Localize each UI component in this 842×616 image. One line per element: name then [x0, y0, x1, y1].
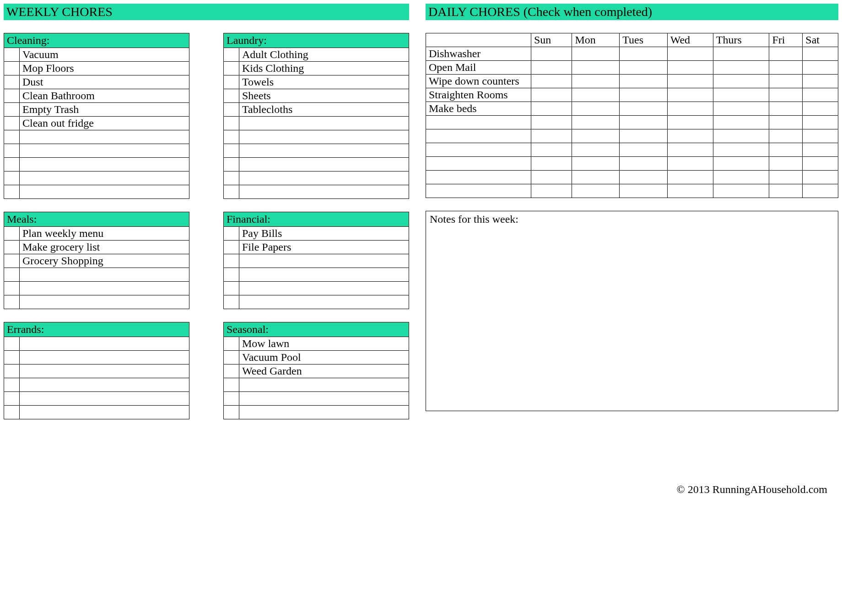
daily-checkbox-cell[interactable]	[803, 88, 838, 102]
daily-checkbox-cell[interactable]	[620, 116, 668, 129]
daily-checkbox-cell[interactable]	[572, 143, 620, 157]
daily-checkbox-cell[interactable]	[803, 116, 838, 129]
checkbox-cell[interactable]	[4, 48, 20, 62]
checkbox-cell[interactable]	[224, 406, 239, 419]
checkbox-cell[interactable]	[224, 158, 239, 171]
daily-checkbox-cell[interactable]	[803, 157, 838, 171]
checkbox-cell[interactable]	[4, 392, 20, 406]
checkbox-cell[interactable]	[224, 295, 239, 309]
daily-checkbox-cell[interactable]	[769, 116, 803, 129]
checkbox-cell[interactable]	[224, 62, 239, 75]
daily-checkbox-cell[interactable]	[769, 88, 803, 102]
checkbox-cell[interactable]	[4, 117, 20, 130]
checkbox-cell[interactable]	[224, 268, 239, 282]
daily-checkbox-cell[interactable]	[667, 129, 713, 143]
checkbox-cell[interactable]	[4, 227, 20, 241]
checkbox-cell[interactable]	[4, 282, 20, 295]
daily-checkbox-cell[interactable]	[769, 157, 803, 171]
daily-checkbox-cell[interactable]	[803, 129, 838, 143]
daily-checkbox-cell[interactable]	[531, 184, 572, 198]
daily-checkbox-cell[interactable]	[803, 102, 838, 116]
checkbox-cell[interactable]	[224, 241, 239, 254]
daily-checkbox-cell[interactable]	[620, 102, 668, 116]
daily-checkbox-cell[interactable]	[572, 171, 620, 184]
checkbox-cell[interactable]	[224, 48, 239, 62]
daily-checkbox-cell[interactable]	[713, 157, 769, 171]
daily-checkbox-cell[interactable]	[667, 157, 713, 171]
daily-checkbox-cell[interactable]	[531, 116, 572, 129]
daily-checkbox-cell[interactable]	[531, 88, 572, 102]
daily-checkbox-cell[interactable]	[713, 47, 769, 61]
daily-checkbox-cell[interactable]	[667, 75, 713, 88]
daily-checkbox-cell[interactable]	[620, 157, 668, 171]
daily-checkbox-cell[interactable]	[572, 157, 620, 171]
checkbox-cell[interactable]	[4, 351, 20, 364]
daily-checkbox-cell[interactable]	[803, 171, 838, 184]
daily-checkbox-cell[interactable]	[769, 129, 803, 143]
daily-checkbox-cell[interactable]	[713, 171, 769, 184]
checkbox-cell[interactable]	[4, 364, 20, 378]
daily-checkbox-cell[interactable]	[713, 184, 769, 198]
daily-checkbox-cell[interactable]	[531, 143, 572, 157]
daily-checkbox-cell[interactable]	[803, 47, 838, 61]
daily-checkbox-cell[interactable]	[769, 143, 803, 157]
checkbox-cell[interactable]	[4, 337, 20, 351]
checkbox-cell[interactable]	[4, 185, 20, 199]
checkbox-cell[interactable]	[4, 268, 20, 282]
daily-checkbox-cell[interactable]	[803, 61, 838, 75]
daily-checkbox-cell[interactable]	[572, 47, 620, 61]
checkbox-cell[interactable]	[4, 62, 20, 75]
daily-checkbox-cell[interactable]	[572, 61, 620, 75]
daily-checkbox-cell[interactable]	[769, 171, 803, 184]
daily-checkbox-cell[interactable]	[713, 88, 769, 102]
daily-checkbox-cell[interactable]	[620, 75, 668, 88]
daily-checkbox-cell[interactable]	[769, 75, 803, 88]
checkbox-cell[interactable]	[224, 89, 239, 103]
checkbox-cell[interactable]	[224, 227, 239, 241]
daily-checkbox-cell[interactable]	[620, 61, 668, 75]
daily-checkbox-cell[interactable]	[713, 102, 769, 116]
daily-checkbox-cell[interactable]	[531, 47, 572, 61]
checkbox-cell[interactable]	[224, 117, 239, 130]
checkbox-cell[interactable]	[4, 130, 20, 144]
checkbox-cell[interactable]	[224, 171, 239, 185]
checkbox-cell[interactable]	[224, 364, 239, 378]
checkbox-cell[interactable]	[224, 185, 239, 199]
daily-checkbox-cell[interactable]	[667, 184, 713, 198]
daily-checkbox-cell[interactable]	[667, 61, 713, 75]
daily-checkbox-cell[interactable]	[769, 61, 803, 75]
daily-checkbox-cell[interactable]	[713, 143, 769, 157]
daily-checkbox-cell[interactable]	[667, 102, 713, 116]
daily-checkbox-cell[interactable]	[531, 171, 572, 184]
daily-checkbox-cell[interactable]	[572, 88, 620, 102]
daily-checkbox-cell[interactable]	[667, 143, 713, 157]
daily-checkbox-cell[interactable]	[620, 184, 668, 198]
checkbox-cell[interactable]	[4, 75, 20, 89]
checkbox-cell[interactable]	[224, 254, 239, 268]
daily-checkbox-cell[interactable]	[531, 61, 572, 75]
daily-checkbox-cell[interactable]	[667, 171, 713, 184]
checkbox-cell[interactable]	[4, 295, 20, 309]
checkbox-cell[interactable]	[4, 158, 20, 171]
daily-checkbox-cell[interactable]	[713, 116, 769, 129]
notes-box[interactable]: Notes for this week:	[426, 211, 838, 411]
daily-checkbox-cell[interactable]	[531, 102, 572, 116]
daily-checkbox-cell[interactable]	[769, 102, 803, 116]
daily-checkbox-cell[interactable]	[572, 102, 620, 116]
daily-checkbox-cell[interactable]	[713, 129, 769, 143]
daily-checkbox-cell[interactable]	[572, 129, 620, 143]
daily-checkbox-cell[interactable]	[667, 47, 713, 61]
daily-checkbox-cell[interactable]	[803, 143, 838, 157]
daily-checkbox-cell[interactable]	[803, 184, 838, 198]
checkbox-cell[interactable]	[4, 144, 20, 158]
daily-checkbox-cell[interactable]	[620, 143, 668, 157]
checkbox-cell[interactable]	[224, 282, 239, 295]
daily-checkbox-cell[interactable]	[667, 88, 713, 102]
checkbox-cell[interactable]	[224, 351, 239, 364]
checkbox-cell[interactable]	[224, 144, 239, 158]
checkbox-cell[interactable]	[224, 337, 239, 351]
daily-checkbox-cell[interactable]	[769, 47, 803, 61]
daily-checkbox-cell[interactable]	[531, 75, 572, 88]
daily-checkbox-cell[interactable]	[572, 116, 620, 129]
daily-checkbox-cell[interactable]	[713, 61, 769, 75]
